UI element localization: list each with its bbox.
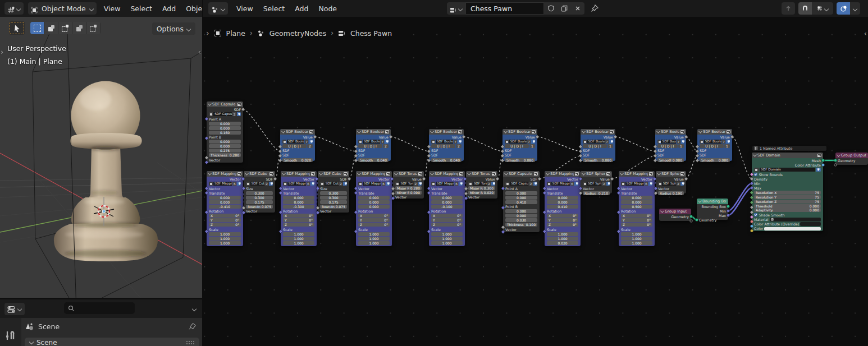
operation-enum[interactable]: U | D | I1 [505, 144, 535, 148]
datablock-name[interactable]: SDF Mapping [213, 182, 232, 186]
slider-Smooth[interactable]: Smooth0.020 [282, 158, 313, 162]
value-field[interactable]: 0.000 [547, 196, 578, 200]
collapse-chevron-icon[interactable] [430, 171, 434, 175]
datablock-selector[interactable]: SDF Boolean7 [505, 140, 535, 144]
datablock-name[interactable]: SDF Capsule [213, 112, 232, 116]
properties-filter-dropdown[interactable] [193, 307, 197, 311]
browse-icon[interactable] [754, 168, 759, 172]
node-map1[interactable]: SDF MappingVectorSDF Mapping6VectorTrans… [207, 171, 243, 246]
value-field[interactable]: 0.000 [505, 196, 537, 200]
datablock-name[interactable]: SDF Cube [325, 182, 339, 186]
datablock-selector[interactable]: SDF Boolean7 [700, 140, 730, 144]
datablock-selector[interactable]: SDF Mapping6 [431, 182, 463, 186]
browse-icon[interactable] [209, 182, 213, 186]
datablock-selector[interactable]: SDF Mapping6 [358, 182, 390, 186]
overlays-dropdown[interactable] [850, 2, 860, 15]
datablock-selector[interactable]: SDF Sphere2 [583, 182, 610, 186]
slider-Resolution Z[interactable]: Resolution Z75 [754, 200, 821, 204]
select-mode-intersect-button[interactable] [86, 22, 100, 34]
browse-icon[interactable] [468, 182, 472, 186]
browse-icon[interactable] [209, 112, 213, 116]
datablock-selector[interactable]: SDF Cube2 [246, 182, 273, 186]
node-bbox[interactable]: Bounding BoxBounding BoxMinMaxGeometry [697, 199, 728, 220]
node-cube1[interactable]: SDF CubeSDFSDF Cube2Size0.3000.3000.175R… [244, 171, 275, 213]
node-cap1[interactable]: SDF CapsuleSDFSDF Capsule2Point A0.0000.… [207, 102, 243, 163]
browse-icon[interactable] [395, 182, 399, 186]
user-count[interactable]: 7 [722, 140, 726, 144]
browse-icon[interactable] [621, 182, 625, 186]
fake-user-shield-icon[interactable] [726, 140, 730, 144]
node-header[interactable]: Group Input [659, 209, 691, 214]
datablock-name[interactable]: SDF Boolean [587, 140, 605, 144]
operation-enum[interactable]: U | D | I1 [700, 144, 730, 148]
datablock-name[interactable]: SDF Domain [760, 168, 815, 172]
value-field[interactable]: 0.175 [246, 200, 273, 204]
sidebar-expand-arrow[interactable]: ‹ [198, 48, 201, 56]
node-tree-name-input[interactable]: Chess Pawn [465, 2, 544, 15]
pin-icon[interactable] [590, 4, 599, 13]
node-header[interactable]: Bounding Box [697, 199, 728, 204]
slider-Resolution X[interactable]: Resolution X75 [754, 191, 821, 195]
value-field[interactable]: 1.000 [358, 237, 390, 241]
fake-user-shield-icon[interactable] [309, 140, 313, 144]
value-field[interactable]: 1.000 [358, 232, 390, 236]
value-field[interactable]: 0.000 [505, 209, 537, 213]
node-header[interactable]: SDF Mapping [619, 171, 655, 177]
node-header[interactable]: SDF Torus [393, 171, 424, 177]
select-mode-new-button[interactable] [30, 22, 44, 34]
rotation-field-Z[interactable]: Z0° [547, 223, 578, 227]
overlays-toggle-button[interactable] [837, 2, 850, 15]
fake-user-shield-icon[interactable] [648, 182, 652, 186]
fake-user-shield-icon[interactable] [491, 182, 495, 186]
collapse-chevron-icon[interactable] [281, 129, 285, 133]
rotation-field-Z[interactable]: Z0° [283, 223, 314, 227]
node-map4[interactable]: SDF MappingVectorSDF Mapping6VectorTrans… [429, 171, 465, 246]
breadcrumb-collapse-arrow[interactable]: › [206, 29, 209, 38]
collapse-chevron-icon[interactable] [208, 171, 212, 175]
value-field[interactable]: 0.000 [431, 196, 463, 200]
user-count[interactable]: 7 [677, 140, 680, 144]
node-header[interactable]: SDF Sphere [656, 171, 686, 177]
datablock-name[interactable]: SDF Torus [399, 182, 413, 186]
node-header[interactable]: SDF Mapping [281, 171, 317, 177]
checkbox-Shade Smooth[interactable]: Shade Smooth [752, 213, 823, 217]
collapse-chevron-icon[interactable] [319, 171, 323, 175]
node-b2[interactable]: SDF BooleanValueSDF Boolean7U | D | I2SD… [356, 129, 391, 161]
material-field[interactable]: Material [752, 217, 823, 222]
value-field[interactable]: 0.000 [209, 140, 241, 144]
node-header[interactable]: SDF Cube [318, 171, 349, 177]
value-field[interactable]: 1.000 [431, 237, 463, 241]
value-field[interactable]: -0.300 [283, 205, 314, 209]
user-count[interactable]: 7 [381, 140, 385, 144]
node-sidebar-expand-arrow[interactable]: ‹ [864, 29, 867, 38]
node-header[interactable]: SDF Capsule [503, 171, 540, 177]
value-field[interactable]: 1.000 [547, 232, 578, 236]
node-dom[interactable]: SDF DomainMeshColor AttributeSDF DomainS… [752, 153, 823, 231]
node-header[interactable]: SDF Boolean [697, 129, 732, 135]
fake-user-shield-icon[interactable] [237, 182, 241, 186]
slider-Smooth[interactable]: Smooth0.080 [700, 158, 730, 162]
node-sph1[interactable]: SDF SphereValueSDF Sphere2VectorRadius0.… [581, 171, 612, 193]
editor-type-dropdown[interactable] [4, 303, 25, 315]
browse-icon[interactable] [658, 182, 661, 186]
fake-user-shield-icon[interactable] [386, 182, 390, 186]
slider-Thickness[interactable]: Thickness0.280 [209, 153, 241, 157]
rotation-field-X[interactable]: X0° [358, 214, 390, 218]
select-mode-extend-button[interactable] [44, 22, 58, 34]
datablock-name[interactable]: SDF Cube [250, 182, 264, 186]
parent-tree-button[interactable] [782, 2, 795, 15]
user-count[interactable]: 6 [307, 182, 310, 186]
rotation-field-Y[interactable]: Y0° [358, 218, 390, 222]
browse-icon[interactable] [282, 140, 286, 144]
value-field[interactable]: 0.020 [547, 241, 578, 245]
node-cube2[interactable]: SDF CubeSDFSDF Cube2Size0.3000.3000.175R… [318, 171, 349, 213]
node-map2[interactable]: SDF MappingVectorSDF Mapping6VectorTrans… [281, 171, 317, 246]
slider-Major Radius[interactable]: Major Radius0.280 [395, 186, 422, 190]
datablock-name[interactable]: SDF Mapping [436, 182, 454, 186]
operation-enum[interactable]: U | D | I2 [431, 144, 462, 148]
slider-Smooth[interactable]: Smooth0.080 [657, 158, 684, 162]
active-tool-button[interactable] [9, 21, 25, 35]
rotation-field-X[interactable]: X0° [283, 214, 314, 218]
node-header[interactable]: SDF Boolean [280, 129, 315, 135]
node-header[interactable]: SDF Boolean [356, 129, 391, 135]
